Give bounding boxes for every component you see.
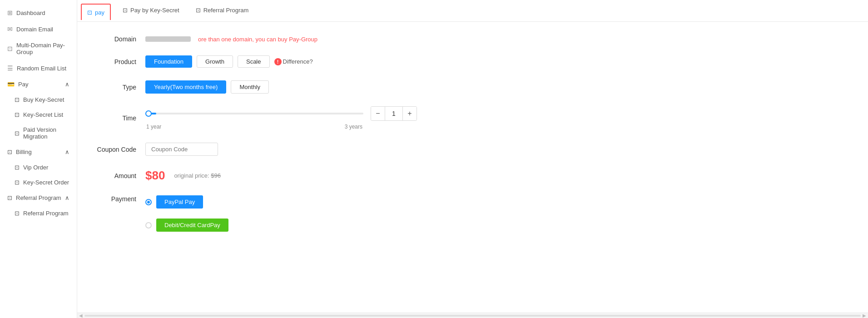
tab-referral-program[interactable]: ⊡ Referral Program: [188, 0, 257, 21]
pay-icon: 💳: [7, 81, 15, 88]
payment-label: Payment: [95, 195, 145, 203]
sidebar-item-buy-key-secret[interactable]: ⊡ Buy Key-Secret: [0, 92, 77, 107]
chevron-up-icon-referral: ∧: [65, 194, 69, 201]
billing-icon: ⊡: [7, 149, 12, 155]
slider-track[interactable]: [145, 113, 363, 114]
tab-pay-icon: ⊡: [87, 9, 92, 16]
paid-version-icon: ⊡: [15, 130, 20, 137]
product-label: Product: [95, 58, 145, 65]
sidebar-item-vip-order[interactable]: ⊡ Vip Order: [0, 160, 77, 175]
tabs-bar: ⊡ pay ⊡ Pay by Key-Secret ⊡ Referral Pro…: [77, 0, 868, 22]
slider-thumb[interactable]: [145, 110, 152, 117]
sidebar-item-domain-email[interactable]: ✉ Domain Email: [0, 21, 77, 37]
payment-content: PayPal Pay Debit/Credit CardPay: [145, 195, 228, 236]
horizontal-scrollbar[interactable]: ◀ ▶: [77, 313, 868, 318]
coupon-input[interactable]: [145, 143, 218, 156]
product-content: Foundation Growth Scale ! Difference?: [145, 55, 313, 68]
sidebar-item-label: Domain Email: [16, 26, 53, 33]
sidebar-item-label: Dashboard: [16, 10, 45, 16]
slider-row: − 1 +: [145, 106, 417, 121]
key-secret-order-icon: ⊡: [15, 179, 20, 186]
tab-referral-label: Referral Program: [203, 7, 249, 14]
tab-pay[interactable]: ⊡ pay: [81, 4, 111, 20]
sidebar-item-key-secret-list[interactable]: ⊡ Key-Secret List: [0, 107, 77, 122]
content-area: Domain ore than one domain, you can buy …: [77, 22, 868, 313]
stepper-plus-button[interactable]: +: [403, 107, 417, 120]
type-label: Type: [95, 84, 145, 91]
product-growth-button[interactable]: Growth: [197, 55, 233, 68]
tab-pay-label: pay: [95, 9, 104, 16]
payment-card-row: Debit/Credit CardPay: [145, 219, 228, 232]
stepper-value: 1: [385, 107, 403, 120]
sidebar-group-referral[interactable]: ⊡ Referral Program ∧: [0, 190, 77, 206]
domain-link-text[interactable]: ore than one domain, you can buy Pay-Gro…: [198, 36, 317, 43]
slider-max-label: 3 years: [345, 124, 362, 130]
amount-original: original price: $96: [174, 172, 221, 179]
paypal-radio[interactable]: [145, 199, 152, 205]
domain-mask: [145, 36, 191, 42]
slider-labels: 1 year 3 years: [145, 124, 363, 130]
product-scale-button[interactable]: Scale: [238, 55, 270, 68]
time-row: Time − 1 + 1 ye: [95, 106, 850, 130]
sidebar-item-key-secret-order[interactable]: ⊡ Key-Secret Order: [0, 175, 77, 190]
time-label: Time: [95, 114, 145, 122]
sidebar-item-label: Random Email List: [17, 65, 66, 72]
product-row: Product Foundation Growth Scale ! Differ…: [95, 55, 850, 68]
vip-order-icon: ⊡: [15, 164, 20, 171]
sidebar-group-billing[interactable]: ⊡ Billing ∧: [0, 144, 77, 160]
slider-min-label: 1 year: [146, 124, 161, 130]
card-radio[interactable]: [145, 222, 152, 229]
amount-row: Amount $80 original price: $96: [95, 169, 850, 183]
difference-label: Difference?: [283, 58, 313, 65]
multi-domain-icon: ⊡: [7, 45, 13, 52]
sidebar-sub-label: Vip Order: [23, 164, 48, 171]
tab-referral-icon: ⊡: [196, 7, 201, 14]
sidebar-item-label: Multi-Domain Pay-Group: [16, 42, 69, 55]
sidebar-sub-label: Buy Key-Secret: [23, 96, 64, 103]
original-price-value: $96: [211, 172, 221, 179]
difference-link[interactable]: ! Difference?: [274, 58, 313, 65]
tab-key-secret-label: Pay by Key-Secret: [130, 7, 179, 14]
sidebar-item-dashboard[interactable]: ⊞ Dashboard: [0, 5, 77, 21]
product-foundation-button[interactable]: Foundation: [145, 55, 192, 68]
main-content: ⊡ pay ⊡ Pay by Key-Secret ⊡ Referral Pro…: [77, 0, 868, 318]
stepper-minus-button[interactable]: −: [371, 107, 385, 120]
sidebar-group-referral-label: Referral Program: [16, 194, 61, 201]
paypal-button[interactable]: PayPal Pay: [156, 195, 203, 209]
scroll-right-arrow[interactable]: ▶: [863, 313, 866, 318]
referral-icon: ⊡: [7, 194, 12, 201]
key-secret-list-icon: ⊡: [15, 111, 20, 118]
buy-key-secret-icon: ⊡: [15, 96, 20, 103]
type-yearly-button[interactable]: Yearly(Two months free): [145, 80, 226, 94]
sidebar-sub-label: Key-Secret List: [23, 111, 63, 118]
domain-email-icon: ✉: [7, 25, 13, 33]
difference-icon: !: [274, 58, 282, 65]
domain-row: Domain ore than one domain, you can buy …: [95, 35, 850, 43]
sidebar-group-pay-label: Pay: [18, 81, 28, 88]
domain-content: ore than one domain, you can buy Pay-Gro…: [145, 36, 317, 43]
amount-content: $80 original price: $96: [145, 169, 221, 183]
sidebar-group-pay[interactable]: 💳 Pay ∧: [0, 76, 77, 92]
random-email-icon: ☰: [7, 65, 13, 72]
original-price-text: original price:: [174, 172, 209, 179]
type-content: Yearly(Two months free) Monthly: [145, 80, 269, 94]
time-content: − 1 + 1 year 3 years: [145, 106, 417, 130]
scroll-track[interactable]: [84, 315, 861, 317]
card-button[interactable]: Debit/Credit CardPay: [156, 219, 228, 232]
referral-sub-icon: ⊡: [15, 210, 20, 217]
sidebar-item-multi-domain[interactable]: ⊡ Multi-Domain Pay-Group: [0, 37, 77, 60]
payment-paypal-row: PayPal Pay: [145, 195, 203, 209]
amount-label: Amount: [95, 172, 145, 179]
sidebar-item-random-email[interactable]: ☰ Random Email List: [0, 60, 77, 76]
sidebar-sub-label: Paid Version Migration: [23, 126, 69, 140]
chevron-up-icon: ∧: [65, 81, 69, 88]
sidebar-item-paid-version[interactable]: ⊡ Paid Version Migration: [0, 122, 77, 144]
sidebar-item-referral-sub[interactable]: ⊡ Referral Program: [0, 206, 77, 221]
stepper: − 1 +: [371, 106, 417, 121]
sidebar-group-billing-label: Billing: [16, 149, 32, 155]
scroll-left-arrow[interactable]: ◀: [79, 313, 83, 318]
coupon-row: Coupon Code: [95, 143, 850, 156]
tab-pay-by-key-secret[interactable]: ⊡ Pay by Key-Secret: [114, 0, 188, 21]
type-monthly-button[interactable]: Monthly: [231, 80, 269, 94]
type-row: Type Yearly(Two months free) Monthly: [95, 80, 850, 94]
